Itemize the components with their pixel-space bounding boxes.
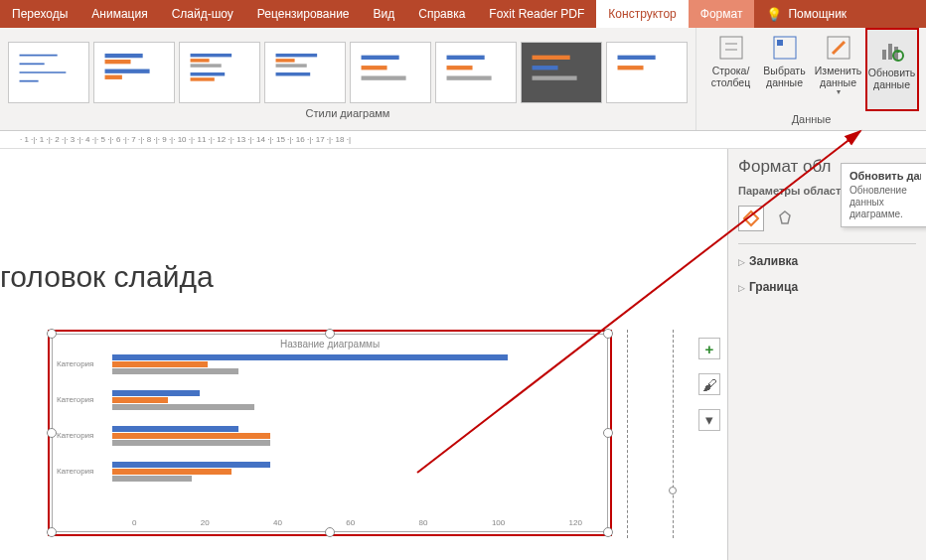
guide-line [627, 330, 628, 538]
tab-help[interactable]: Справка [406, 0, 477, 28]
select-data-button[interactable]: Выбрать данные [758, 28, 812, 111]
category-label: Категория [57, 359, 93, 368]
x-tick: 40 [273, 518, 282, 527]
resize-handle[interactable] [603, 428, 613, 438]
chart-style-7[interactable] [521, 42, 602, 103]
switch-row-col-icon [715, 32, 747, 64]
effects-icon[interactable] [772, 206, 798, 231]
chart-category: Категория [112, 461, 587, 483]
chart-style-2[interactable] [93, 42, 175, 103]
chart-style-5[interactable] [350, 42, 431, 103]
chevron-down-icon: ▾ [837, 88, 841, 97]
tab-foxit[interactable]: Foxit Reader PDF [477, 0, 596, 28]
ribbon-tabs: Переходы Анимация Слайд-шоу Рецензирован… [0, 0, 926, 28]
svg-rect-12 [191, 77, 215, 80]
tab-review[interactable]: Рецензирование [245, 0, 362, 28]
chart-bar[interactable] [112, 368, 238, 374]
svg-rect-15 [276, 64, 307, 67]
border-section[interactable]: ▷Граница [738, 274, 916, 300]
resize-handle[interactable] [325, 527, 335, 537]
chart-bar[interactable] [112, 426, 238, 432]
row-column-button[interactable]: Строка/ столбец [704, 28, 758, 111]
refresh-data-icon [876, 34, 908, 66]
chart-style-3[interactable] [179, 42, 260, 103]
chart-bar[interactable] [112, 476, 192, 482]
edit-data-icon [823, 32, 854, 64]
format-pane: Формат обл Параметры области ▾ ▷Заливка … [727, 149, 926, 560]
chart-elements-button[interactable]: + [698, 338, 720, 359]
horizontal-ruler: · 1 ·|· 1 ·|· 2 ·|· 3 ·|· 4 ·|· 5 ·|· 6 … [0, 131, 926, 149]
tab-transitions[interactable]: Переходы [0, 0, 79, 28]
select-data-icon [769, 32, 801, 64]
triangle-right-icon: ▷ [738, 257, 745, 267]
row-col-label: Строка/ столбец [711, 66, 750, 88]
chart-category: Категория [112, 389, 587, 411]
title-placeholder[interactable]: головок слайда [0, 260, 214, 294]
refresh-tooltip: Обновить данные Обновление данных диагра… [841, 163, 926, 227]
tab-animation[interactable]: Анимация [79, 0, 159, 28]
tab-designer[interactable]: Конструктор [596, 0, 688, 28]
chart-bar[interactable] [112, 404, 254, 410]
chart-styles-button[interactable]: 🖌 [698, 373, 720, 395]
resize-handle[interactable] [603, 527, 613, 537]
fill-line-icon[interactable] [738, 206, 764, 231]
chart-object[interactable]: Название диаграммы КатегорияКатегорияКат… [52, 334, 608, 532]
resize-handle[interactable] [47, 527, 57, 537]
lightbulb-icon: 💡 [766, 7, 782, 22]
fill-section[interactable]: ▷Заливка [738, 248, 916, 274]
chart-bar[interactable] [112, 361, 208, 367]
resize-handle[interactable] [47, 428, 57, 438]
svg-rect-24 [533, 66, 558, 70]
svg-rect-17 [362, 55, 399, 59]
edit-data-button[interactable]: Изменить данные ▾ [812, 28, 865, 111]
tab-view[interactable]: Вид [362, 0, 407, 28]
funnel-icon: ▾ [705, 411, 713, 429]
svg-rect-13 [276, 53, 318, 56]
resize-handle[interactable] [603, 329, 613, 339]
chart-side-controls: + 🖌 ▾ [692, 149, 727, 560]
svg-rect-10 [191, 64, 222, 67]
chart-plot-area: КатегорияКатегорияКатегорияКатегория [112, 353, 587, 502]
chart-style-6[interactable] [435, 42, 517, 103]
tab-helper[interactable]: 💡 Помощник [754, 0, 858, 28]
tooltip-body: Обновление данных диаграмме. [849, 185, 921, 220]
resize-handle[interactable] [47, 329, 57, 339]
resize-handle[interactable] [325, 329, 335, 339]
x-tick: 120 [569, 518, 582, 527]
tooltip-title: Обновить данные [849, 170, 921, 182]
chart-bar[interactable] [112, 462, 270, 468]
slide-canvas[interactable]: головок слайда Название диаграммы Катего… [0, 149, 692, 560]
x-tick: 0 [132, 518, 136, 527]
chart-bar[interactable] [112, 440, 270, 446]
svg-rect-11 [191, 72, 226, 75]
svg-rect-26 [618, 55, 656, 59]
chart-bar[interactable] [112, 390, 200, 396]
svg-rect-18 [362, 66, 387, 70]
chart-bar[interactable] [112, 433, 270, 439]
data-group: Строка/ столбец Выбрать данные Изменить … [695, 28, 926, 130]
chart-bar[interactable] [112, 397, 168, 403]
edit-label: Изменить данные [815, 66, 861, 88]
main-area: головок слайда Название диаграммы Катего… [0, 149, 926, 560]
refresh-data-button[interactable]: Обновить данные [865, 28, 919, 111]
slide-handle[interactable] [669, 487, 677, 494]
x-tick: 100 [492, 518, 505, 527]
tab-slideshow[interactable]: Слайд-шоу [160, 0, 245, 28]
chart-style-4[interactable] [264, 42, 346, 103]
triangle-right-icon: ▷ [738, 283, 745, 293]
tab-format[interactable]: Формат [689, 0, 755, 28]
chart-bar[interactable] [112, 469, 232, 475]
chart-filters-button[interactable]: ▾ [698, 409, 720, 431]
svg-rect-27 [618, 66, 644, 70]
svg-rect-5 [105, 60, 131, 64]
svg-rect-28 [720, 37, 742, 59]
chart-style-1[interactable] [8, 42, 89, 103]
chart-bar[interactable] [112, 354, 508, 360]
category-label: Категория [57, 467, 93, 476]
category-label: Категория [57, 395, 93, 404]
category-label: Категория [57, 431, 93, 440]
chart-style-8[interactable] [606, 42, 688, 103]
svg-rect-21 [447, 66, 473, 70]
guide-line [673, 330, 674, 538]
svg-rect-7 [105, 74, 122, 78]
